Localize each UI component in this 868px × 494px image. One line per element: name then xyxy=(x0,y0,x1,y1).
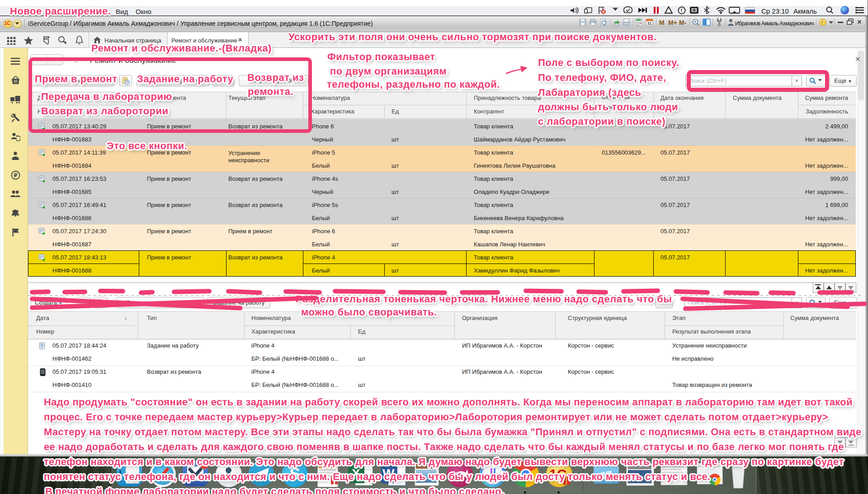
svg-text:₽: ₽ xyxy=(14,172,18,179)
svg-text:!: ! xyxy=(681,8,683,13)
svg-text:31: 31 xyxy=(647,21,652,26)
